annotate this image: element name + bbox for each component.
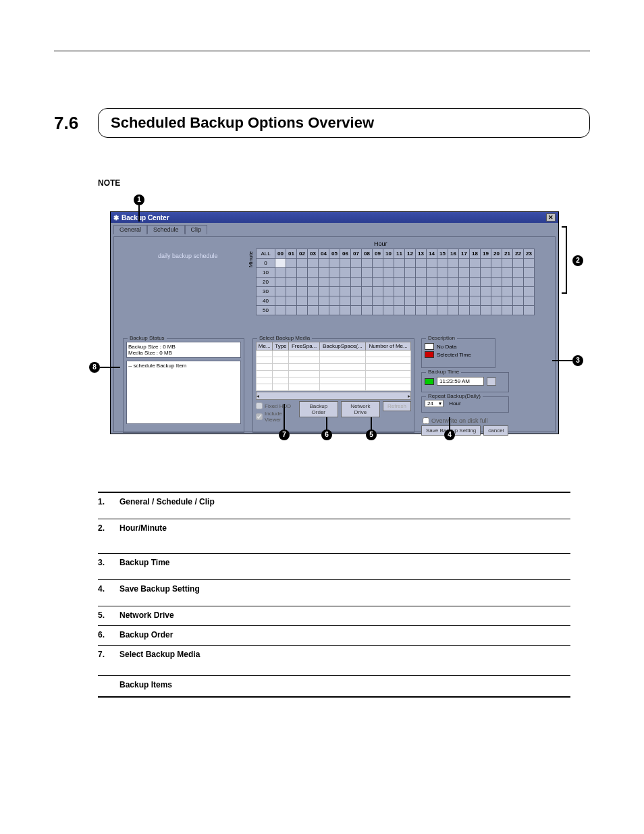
repeat-select[interactable]: 24 bbox=[425, 400, 444, 407]
backup-status-readout: Backup Size : 0 MB Media Size : 0 MB bbox=[126, 342, 241, 358]
section-header: 7.6 Scheduled Backup Options Overview bbox=[54, 108, 590, 138]
swatch-nodata bbox=[425, 343, 434, 350]
media-size: Media Size : 0 MB bbox=[128, 350, 239, 356]
callout-line bbox=[100, 367, 120, 368]
network-drive-button[interactable]: Network Drive bbox=[341, 401, 380, 417]
callout-3: 3 bbox=[572, 355, 583, 366]
tree-item[interactable]: -- schedule Backup Item bbox=[128, 363, 186, 369]
backup-order-button[interactable]: Backup Order bbox=[299, 401, 338, 417]
close-button[interactable]: ✕ bbox=[546, 213, 556, 221]
window-body: daily backup schedule Hour Minute ALL 00… bbox=[111, 234, 558, 435]
media-table[interactable]: Me... Type FreeSpa... BackupSpace(... Nu… bbox=[256, 342, 411, 391]
swatch-selected bbox=[425, 351, 434, 358]
schedule-caption: daily backup schedule bbox=[158, 253, 218, 259]
select-media-group: Select Backup Media Me... Type FreeSpa..… bbox=[252, 338, 414, 433]
description-title: Description bbox=[426, 335, 457, 341]
backup-status-group: Backup Status Backup Size : 0 MB Media S… bbox=[123, 338, 244, 433]
backup-items-tree[interactable]: -- schedule Backup Item bbox=[126, 361, 241, 424]
tab-clip[interactable]: Clip bbox=[185, 225, 208, 234]
page-rule bbox=[54, 51, 590, 51]
glossary-table: 1. General / Schedule / Clip 2. Hour/Min… bbox=[98, 492, 570, 698]
tab-schedule[interactable]: Schedule bbox=[147, 225, 185, 234]
col-num[interactable]: Number of Me... bbox=[366, 342, 411, 350]
all-cell[interactable]: ALL bbox=[257, 249, 275, 259]
callout-6: 6 bbox=[321, 429, 332, 440]
callout-line bbox=[138, 205, 140, 221]
callout-line bbox=[284, 404, 285, 429]
chk-overwrite[interactable]: Overwrite on disk full bbox=[423, 417, 488, 424]
callout-8: 8 bbox=[89, 362, 100, 373]
repeat-unit: Hour bbox=[449, 400, 460, 407]
refresh-button[interactable]: Refresh bbox=[383, 401, 411, 411]
glossary-row: 1. General / Schedule / Clip bbox=[98, 492, 570, 519]
repeat-title: Repeat Backup(Daily) bbox=[426, 393, 483, 399]
grid-header-row: ALL 000102030405060708091011121314151617… bbox=[257, 249, 535, 259]
backup-status-title: Backup Status bbox=[128, 335, 167, 341]
tab-bar: General Schedule Clip bbox=[111, 223, 558, 234]
legend-nodata: No Data bbox=[437, 344, 456, 350]
callout-7: 7 bbox=[279, 429, 290, 440]
repeat-backup-group: Repeat Backup(Daily) 24 Hour bbox=[421, 396, 509, 413]
section-title: Scheduled Backup Options Overview bbox=[98, 108, 590, 138]
callout-5: 5 bbox=[366, 429, 377, 440]
callout-1: 1 bbox=[134, 194, 144, 205]
section-number: 7.6 bbox=[54, 113, 98, 134]
legend-selected: Selected Time bbox=[437, 352, 471, 358]
backup-center-window: ✱ Backup Center ✕ General Schedule Clip … bbox=[110, 211, 559, 434]
chk-fixed-hdd[interactable]: Fixed HDD bbox=[256, 402, 296, 409]
swatch-time bbox=[425, 378, 434, 385]
callout-line bbox=[449, 417, 450, 429]
time-spinner[interactable] bbox=[487, 377, 496, 386]
minute-axis-label: Minute bbox=[248, 251, 254, 267]
media-h-scroll[interactable]: ◂▸ bbox=[256, 392, 411, 400]
callout-2: 2 bbox=[572, 255, 583, 266]
callout-line bbox=[326, 417, 327, 429]
col-media[interactable]: Me... bbox=[257, 342, 273, 350]
window-title: Backup Center bbox=[122, 214, 169, 221]
schedule-grid[interactable]: ALL 000102030405060708091011121314151617… bbox=[256, 249, 535, 315]
callout-line bbox=[552, 360, 572, 361]
col-space[interactable]: BackupSpace(... bbox=[319, 342, 365, 350]
hour-axis-label: Hour bbox=[374, 240, 387, 247]
backup-time-title: Backup Time bbox=[426, 369, 461, 375]
backup-time-input[interactable]: 11:23:59 AM bbox=[437, 377, 484, 386]
figure-container: 1 2 3 4 5 6 7 8 ✱ Backup Center ✕ Genera… bbox=[80, 194, 593, 451]
chk-include-viewer[interactable]: Include Viewer bbox=[256, 411, 296, 423]
cancel-button[interactable]: cancel bbox=[483, 425, 508, 436]
col-free[interactable]: FreeSpa... bbox=[289, 342, 319, 350]
callout-line bbox=[371, 417, 372, 429]
bracket-2 bbox=[562, 226, 567, 294]
app-icon: ✱ bbox=[113, 214, 119, 221]
tab-general[interactable]: General bbox=[113, 225, 147, 234]
window-titlebar[interactable]: ✱ Backup Center ✕ bbox=[111, 212, 558, 223]
select-media-title: Select Backup Media bbox=[257, 335, 312, 341]
glossary-term: General / Schedule / Clip bbox=[119, 497, 215, 506]
description-group: Description No Data Selected Time bbox=[421, 338, 495, 368]
note-label: NOTE bbox=[98, 178, 590, 188]
col-type[interactable]: Type bbox=[273, 342, 289, 350]
backup-time-group: Backup Time 11:23:59 AM bbox=[421, 372, 509, 392]
callout-4: 4 bbox=[444, 429, 455, 440]
backup-size: Backup Size : 0 MB bbox=[128, 344, 239, 350]
